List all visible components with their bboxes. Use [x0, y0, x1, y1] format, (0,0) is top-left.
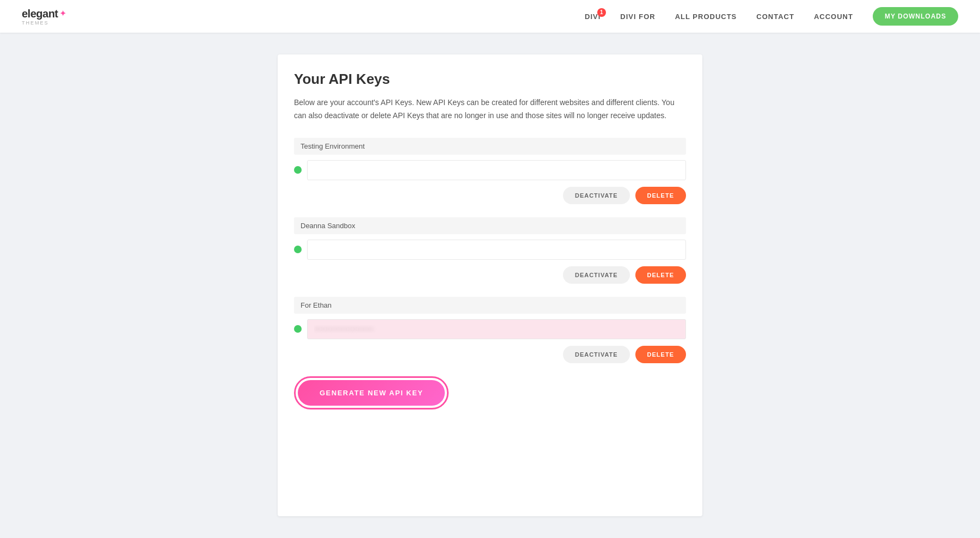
main-nav: DIVI 1 DIVI FOR ALL PRODUCTS CONTACT ACC…	[585, 7, 958, 26]
status-dot-1	[294, 166, 302, 174]
api-key-name-3[interactable]	[294, 297, 686, 314]
delete-button-1[interactable]: DELETE	[635, 187, 686, 204]
generate-api-key-button[interactable]: GENERATE NEW API KEY	[298, 380, 445, 406]
api-key-row-1	[294, 160, 686, 180]
main-content: Your API Keys Below are your account's A…	[0, 33, 980, 538]
delete-button-3[interactable]: DELETE	[635, 346, 686, 363]
api-key-section-1: DEACTIVATE DELETE	[294, 138, 686, 204]
api-key-input-3[interactable]	[307, 319, 686, 339]
api-key-section-2: DEACTIVATE DELETE	[294, 217, 686, 284]
logo: elegant ✦ themes	[22, 7, 66, 26]
nav-account[interactable]: ACCOUNT	[814, 13, 853, 21]
nav-all-products[interactable]: ALL PRODUCTS	[675, 13, 737, 21]
nav-contact[interactable]: CONTACT	[756, 13, 794, 21]
logo-brand: elegant	[22, 7, 58, 20]
deactivate-button-3[interactable]: DEACTIVATE	[563, 346, 630, 363]
delete-button-2[interactable]: DELETE	[635, 266, 686, 284]
deactivate-button-2[interactable]: DEACTIVATE	[563, 266, 630, 284]
action-row-3: DEACTIVATE DELETE	[294, 346, 686, 363]
my-downloads-button[interactable]: MY DOWNLOADS	[873, 7, 958, 26]
divi-badge: 1	[597, 8, 606, 17]
logo-sub: themes	[22, 20, 66, 26]
api-key-input-1[interactable]	[307, 160, 686, 180]
api-key-name-1[interactable]	[294, 138, 686, 155]
api-key-row-2	[294, 240, 686, 260]
action-row-1: DEACTIVATE DELETE	[294, 187, 686, 204]
api-key-row-3	[294, 319, 686, 339]
action-row-2: DEACTIVATE DELETE	[294, 266, 686, 284]
header: elegant ✦ themes DIVI 1 DIVI FOR ALL PRO…	[0, 0, 980, 33]
nav-divi-for[interactable]: DIVI FOR	[620, 13, 655, 21]
logo-area: elegant ✦ themes	[22, 7, 66, 26]
nav-divi[interactable]: DIVI 1	[585, 13, 601, 21]
generate-container: GENERATE NEW API KEY	[294, 376, 686, 409]
status-dot-3	[294, 325, 302, 333]
logo-star-icon: ✦	[59, 8, 66, 19]
page-title: Your API Keys	[294, 71, 686, 88]
api-key-input-2[interactable]	[307, 240, 686, 260]
status-dot-2	[294, 246, 302, 253]
api-key-section-3: DEACTIVATE DELETE	[294, 297, 686, 363]
page-description: Below are your account's API Keys. New A…	[294, 96, 686, 123]
deactivate-button-1[interactable]: DEACTIVATE	[563, 187, 630, 204]
api-key-name-2[interactable]	[294, 217, 686, 234]
content-panel: Your API Keys Below are your account's A…	[278, 54, 702, 516]
generate-outer-border: GENERATE NEW API KEY	[294, 376, 449, 409]
